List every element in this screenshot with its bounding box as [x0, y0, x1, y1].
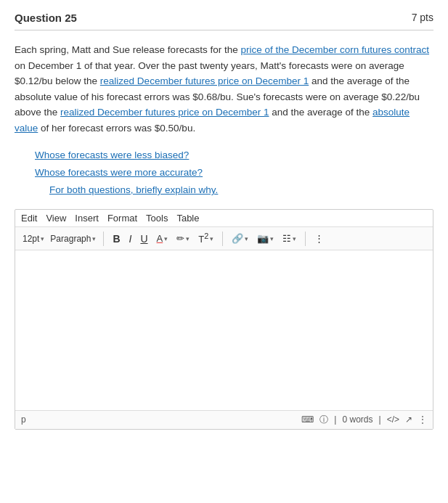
highlight-icon: ✏ — [176, 233, 184, 244]
menu-edit[interactable]: Edit — [21, 213, 37, 224]
sub-question-1: Whose forecasts were less biased? — [35, 147, 433, 164]
link-button[interactable]: 🔗 ▾ — [229, 232, 251, 245]
more-options-button[interactable]: ⋮ — [311, 232, 327, 245]
paragraph-label: Paragraph — [50, 234, 91, 244]
footer-right: ⌨ ⓘ | 0 words | </> ↗ ⋮ — [301, 414, 427, 426]
sub-question-2: Whose forecasts were more accurate? — [35, 164, 433, 181]
highlight-chevron: ▾ — [186, 235, 190, 242]
editor-container: Edit View Insert Format Tools Table 12pt… — [15, 209, 433, 429]
menu-view[interactable]: View — [46, 213, 66, 224]
menu-table[interactable]: Table — [176, 213, 199, 224]
question-body: Each spring, Matt and Sue release foreca… — [15, 42, 433, 136]
font-size-label: 12pt — [23, 234, 39, 244]
image-chevron: ▾ — [270, 235, 274, 242]
link-icon: 🔗 — [232, 233, 243, 244]
table-button[interactable]: ☷ ▾ — [280, 232, 299, 245]
menu-tools[interactable]: Tools — [146, 213, 168, 224]
sub-questions: Whose forecasts were less biased? Whose … — [35, 147, 433, 200]
word-count-label: 0 words — [342, 414, 372, 425]
menu-format[interactable]: Format — [107, 213, 137, 224]
keyboard-icon: ⌨ — [301, 414, 314, 425]
sub-question-3: For both questions, briefly explain why. — [49, 181, 433, 199]
font-color-label: A — [157, 233, 163, 244]
editor-content[interactable] — [15, 250, 433, 410]
question-title: Question 25 — [15, 12, 77, 24]
table-chevron: ▾ — [293, 235, 296, 242]
image-icon: 📷 — [257, 233, 269, 244]
toolbar-divider-2 — [222, 232, 223, 246]
toolbar-divider-1 — [103, 232, 104, 246]
font-size-select[interactable]: 12pt ▾ — [21, 232, 46, 245]
word-count-divider-2: | — [379, 414, 381, 425]
editor-footer: p ⌨ ⓘ | 0 words | </> ↗ ⋮ — [15, 410, 433, 429]
expand-button[interactable]: ↗ — [405, 414, 412, 425]
highlight-button[interactable]: ✏ ▾ — [174, 232, 192, 245]
superscript-label: T2 — [198, 232, 208, 245]
underline-button[interactable]: U — [137, 232, 150, 246]
code-view-button[interactable]: </> — [387, 414, 399, 425]
editor-menubar: Edit View Insert Format Tools Table — [15, 210, 433, 226]
paragraph-select[interactable]: Paragraph ▾ — [49, 232, 97, 245]
image-button[interactable]: 📷 ▾ — [254, 232, 277, 245]
font-color-chevron: ▾ — [164, 235, 168, 242]
paragraph-chevron: ▾ — [92, 235, 96, 242]
toolbar-divider-3 — [305, 232, 306, 246]
editor-toolbar: 12pt ▾ Paragraph ▾ B I U A ▾ ✏ — [15, 226, 433, 250]
table-icon: ☷ — [282, 233, 291, 244]
footer-more-button[interactable]: ⋮ — [418, 414, 427, 425]
html-tag-label: p — [21, 414, 26, 425]
bold-button[interactable]: B — [110, 232, 123, 246]
superscript-chevron: ▾ — [210, 235, 213, 242]
font-color-button[interactable]: A ▾ — [154, 232, 171, 245]
question-pts: 7 pts — [412, 12, 433, 23]
font-size-chevron: ▾ — [41, 235, 44, 242]
menu-insert[interactable]: Insert — [75, 213, 99, 224]
link-chevron: ▾ — [245, 235, 248, 242]
superscript-button[interactable]: T2 ▾ — [195, 230, 216, 246]
info-icon: ⓘ — [319, 414, 328, 426]
word-count-divider: | — [334, 414, 336, 425]
italic-button[interactable]: I — [126, 232, 135, 246]
